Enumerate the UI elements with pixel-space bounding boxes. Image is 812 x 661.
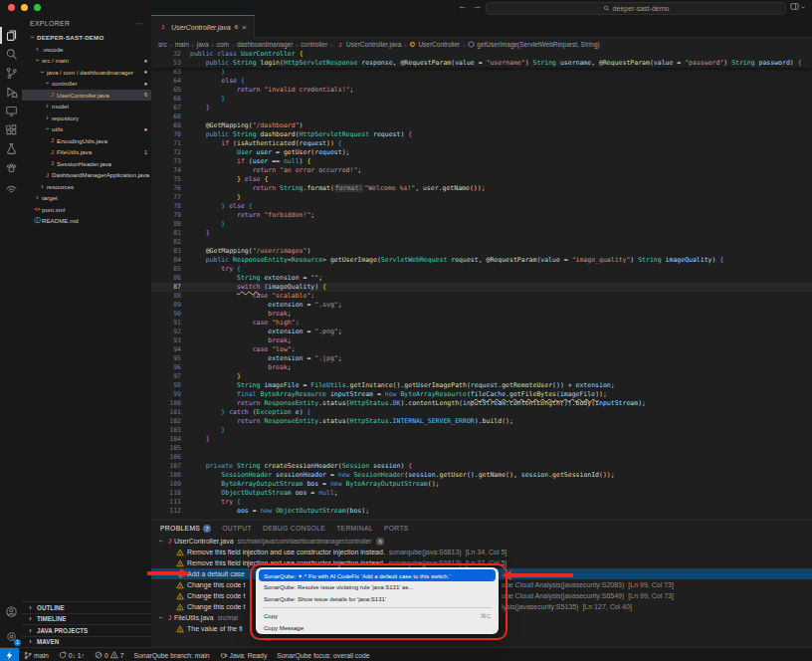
tree-item-readme-md[interactable]: ⓘREADME.md bbox=[22, 215, 151, 227]
line-number[interactable]: 69 bbox=[151, 121, 190, 130]
line-number[interactable]: 53 bbox=[151, 59, 190, 68]
code-line-73[interactable]: 73 if (user == null) { bbox=[151, 157, 812, 166]
line-number[interactable]: 63 bbox=[151, 68, 190, 77]
menu-item-copy[interactable]: Copy⌘C bbox=[259, 610, 496, 622]
code-line-86[interactable]: 86 String extension = ""; bbox=[151, 274, 812, 283]
line-number[interactable]: 106 bbox=[151, 453, 190, 462]
code-line-78[interactable]: 78 } else { bbox=[151, 202, 812, 211]
tree-item-dashboardmanagerapplication-java[interactable]: JDashboardManagerApplication.java bbox=[22, 169, 151, 181]
code-line-97[interactable]: 97 } bbox=[151, 372, 812, 381]
activitybar-testing[interactable] bbox=[0, 139, 22, 158]
tree-item-java-com-dashboardmanager[interactable]: ›java / com / dashboardmanager● bbox=[22, 67, 151, 79]
line-number[interactable]: 97 bbox=[151, 372, 190, 381]
panel-tab-debug-console[interactable]: DEBUG CONSOLE bbox=[263, 525, 325, 532]
minimize-window-button[interactable] bbox=[21, 4, 28, 11]
code-line-66[interactable]: 66 } bbox=[151, 95, 812, 104]
code-line-72[interactable]: 72 User user = getUser(request); bbox=[151, 148, 812, 157]
code-line-88[interactable]: 88 case "scalable": bbox=[151, 292, 812, 301]
line-number[interactable]: 95 bbox=[151, 354, 190, 363]
breadcrumb-item[interactable]: main bbox=[175, 41, 189, 48]
close-tab-icon[interactable]: × bbox=[242, 23, 247, 32]
code-line-109[interactable]: 109 ByteArrayOutputStream bos = new Byte… bbox=[151, 480, 812, 489]
code-line-100[interactable]: 100 return ResponseEntity.status(HttpSta… bbox=[151, 399, 812, 408]
code-line-110[interactable]: 110 ObjectOutputStream oos = null; bbox=[151, 489, 812, 498]
tree-item-resources[interactable]: ›resources bbox=[22, 181, 151, 193]
tree-item-sessionheader-java[interactable]: JSessionHeader.java bbox=[22, 158, 151, 170]
activitybar-explorer[interactable] bbox=[0, 26, 22, 45]
tree-item-model[interactable]: ›model bbox=[22, 101, 151, 112]
close-window-button[interactable] bbox=[8, 4, 15, 11]
tab-usercontroller[interactable]: J UserController.java 6 × bbox=[151, 15, 255, 38]
statusbar-sonarqube-focus[interactable]: SonarQube focus: overall code bbox=[272, 648, 374, 661]
line-number[interactable]: 73 bbox=[151, 157, 190, 166]
activitybar-settings[interactable]: 1 bbox=[0, 627, 22, 646]
line-number[interactable]: 85 bbox=[151, 265, 190, 274]
code-line-53[interactable]: 53 public String login(HttpServletRespon… bbox=[151, 59, 812, 68]
line-number[interactable]: 111 bbox=[151, 498, 190, 507]
code-line-102[interactable]: 102 return ResponseEntity.status(HttpSta… bbox=[151, 417, 812, 426]
sidebar-section-outline[interactable]: ›OUTLINE bbox=[22, 601, 151, 613]
line-number[interactable]: 79 bbox=[151, 211, 190, 220]
code-line-69[interactable]: 69 @GetMapping("/dashboard") bbox=[151, 121, 812, 130]
tree-item-src-main[interactable]: ›src / main● bbox=[22, 55, 151, 67]
code-area[interactable]: 32public class UserController {53 public… bbox=[151, 50, 812, 520]
breadcrumb-item[interactable]: getUserImage(ServletWebRequest, String) bbox=[468, 41, 599, 48]
code-line-92[interactable]: 92 extension = ".png"; bbox=[151, 328, 812, 336]
activitybar-sonarqube[interactable] bbox=[0, 177, 22, 196]
line-number[interactable]: 96 bbox=[151, 363, 190, 372]
code-line-75[interactable]: 75 } else { bbox=[151, 175, 812, 184]
menu-item-sonarqube-resolve-issue-violating-rule-j[interactable]: SonarQube: Resolve issue violating rule … bbox=[259, 581, 496, 593]
code-line-87[interactable]: 87 switch (imageQuality) { bbox=[151, 283, 812, 292]
line-number[interactable]: 88 bbox=[151, 292, 190, 301]
history-nav[interactable]: ←→ bbox=[458, 1, 488, 11]
tree-item-controller[interactable]: ›controller● bbox=[22, 78, 151, 90]
code-line-70[interactable]: 70 public String dashboard(HttpServletRe… bbox=[151, 130, 812, 139]
menu-item-sonarqube-show-issue-details-for-java-s1[interactable]: SonarQube: Show issue details for 'java:… bbox=[259, 593, 496, 605]
line-number[interactable]: 68 bbox=[151, 112, 190, 121]
line-number[interactable]: 92 bbox=[151, 328, 190, 336]
statusbar-remote-indicator[interactable] bbox=[0, 648, 19, 661]
tree-item-utils[interactable]: ›utils● bbox=[22, 123, 151, 135]
line-number[interactable]: 112 bbox=[151, 507, 190, 516]
line-number[interactable]: 98 bbox=[151, 381, 190, 390]
code-line-76[interactable]: 76 return String.format(format:"Welcome … bbox=[151, 184, 812, 193]
breadcrumb-item[interactable]: UserController bbox=[409, 41, 460, 48]
line-number[interactable]: 87 bbox=[151, 283, 190, 292]
statusbar-java-status[interactable]: Java: Ready bbox=[215, 648, 273, 661]
code-line-80[interactable]: 80 } bbox=[151, 220, 812, 229]
statusbar-sync-status[interactable]: 0↓ 1↑ bbox=[54, 648, 90, 661]
code-line-99[interactable]: 99 final ByteArrayResource inputStream =… bbox=[151, 390, 812, 399]
code-line-106[interactable]: 106 bbox=[151, 453, 812, 462]
line-number[interactable]: 32 bbox=[151, 50, 190, 59]
command-center-search[interactable]: deeper-sast-demo bbox=[486, 2, 786, 15]
line-number[interactable]: 64 bbox=[151, 77, 190, 86]
code-line-103[interactable]: 103 } bbox=[151, 426, 812, 435]
tree-item-target[interactable]: ›target bbox=[22, 192, 151, 204]
line-number[interactable]: 81 bbox=[151, 229, 190, 238]
panel-tab-problems[interactable]: PROBLEMS7 bbox=[160, 525, 211, 533]
line-number[interactable]: 101 bbox=[151, 408, 190, 417]
zoom-window-button[interactable] bbox=[34, 4, 41, 11]
code-line-101[interactable]: 101 } catch (Exception e) { bbox=[151, 408, 812, 417]
line-number[interactable]: 89 bbox=[151, 301, 190, 310]
line-number[interactable]: 108 bbox=[151, 471, 190, 480]
code-line-68[interactable]: 68 bbox=[151, 112, 812, 121]
tree-item-fileutils-java[interactable]: JFileUtils.java1 bbox=[22, 146, 151, 158]
line-number[interactable]: 71 bbox=[151, 139, 190, 148]
activitybar-remote-explorer[interactable] bbox=[0, 102, 22, 120]
line-number[interactable]: 90 bbox=[151, 310, 190, 319]
code-line-67[interactable]: 67 } bbox=[151, 104, 812, 112]
code-line-84[interactable]: 84 public ResponseEntity<Resource> getUs… bbox=[151, 256, 812, 265]
code-line-111[interactable]: 111 try { bbox=[151, 498, 812, 507]
line-number[interactable]: 78 bbox=[151, 202, 190, 211]
line-number[interactable]: 84 bbox=[151, 256, 190, 265]
line-number[interactable]: 72 bbox=[151, 148, 190, 157]
breadcrumb-item[interactable]: java bbox=[197, 41, 209, 48]
line-number[interactable]: 110 bbox=[151, 489, 190, 498]
line-number[interactable]: 104 bbox=[151, 435, 190, 444]
code-line-91[interactable]: 91 case "high": bbox=[151, 319, 812, 328]
activitybar-account[interactable] bbox=[0, 602, 22, 621]
code-line-96[interactable]: 96 break; bbox=[151, 363, 812, 372]
line-number[interactable]: 67 bbox=[151, 104, 190, 112]
code-line-89[interactable]: 89 extension = ".svg"; bbox=[151, 301, 812, 310]
